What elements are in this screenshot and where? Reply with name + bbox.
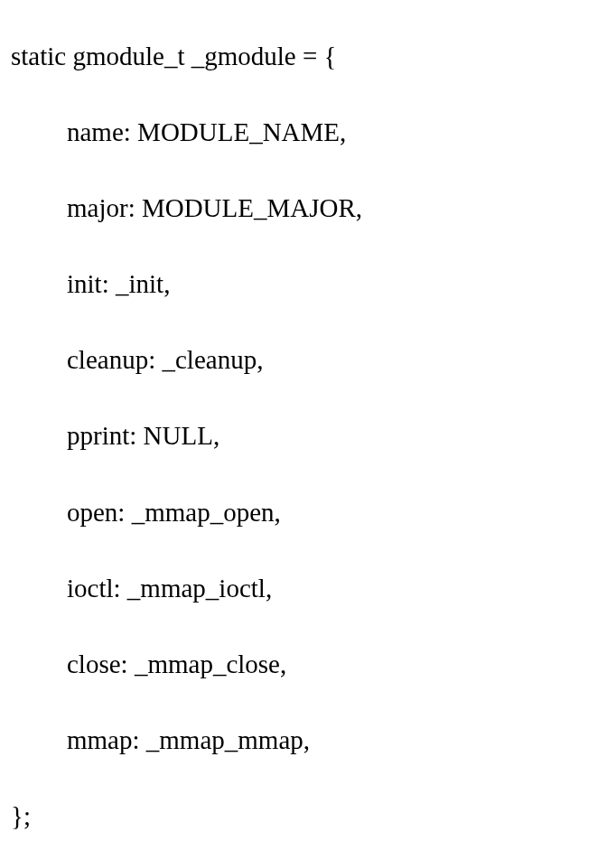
code-line-close: }; bbox=[11, 778, 605, 841]
code-line-field: major: MODULE_MAJOR, bbox=[11, 170, 605, 246]
code-block: static gmodule_t _gmodule = { name: MODU… bbox=[11, 18, 605, 841]
code-line-field: ioctl: _mmap_ioctl, bbox=[11, 550, 605, 626]
code-line-field: name: MODULE_NAME, bbox=[11, 94, 605, 170]
code-line-field: close: _mmap_close, bbox=[11, 626, 605, 702]
code-line-field: cleanup: _cleanup, bbox=[11, 322, 605, 397]
code-line-field: open: _mmap_open, bbox=[11, 474, 605, 550]
code-line-field: mmap: _mmap_mmap, bbox=[11, 702, 605, 778]
code-line-field: init: _init, bbox=[11, 246, 605, 322]
code-line-open: static gmodule_t _gmodule = { bbox=[11, 18, 605, 94]
code-line-field: pprint: NULL, bbox=[11, 397, 605, 473]
